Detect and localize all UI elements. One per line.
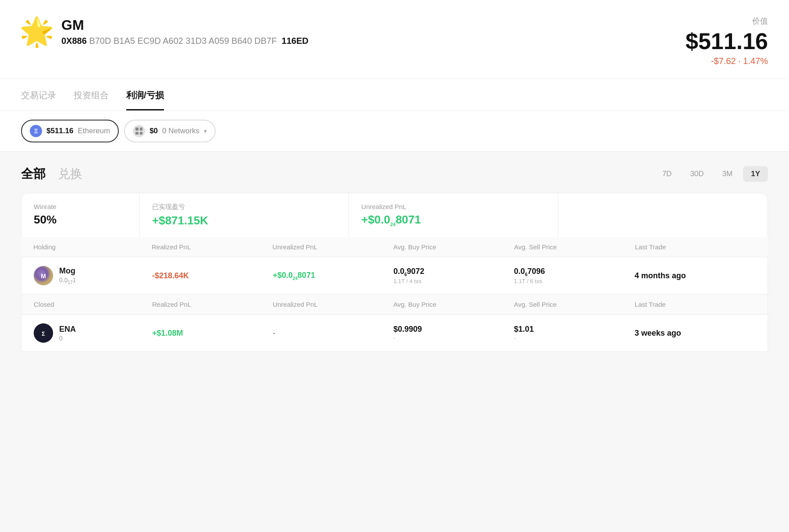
col-last-trade: Last Trade [635,243,756,251]
section-tabs-row: 全部 兑换 7D 30D 3M 1Y [21,166,768,182]
holding-rows: M Mog 0.0171 -$218.64K +$0.0248071 [21,257,768,294]
realized-pnl-label: 已实现盈亏 [152,203,336,211]
ena-avatar: Σ [34,323,53,343]
section-tab-swap[interactable]: 兑换 [58,166,82,182]
winrate-label: Winrate [34,203,127,210]
wallet-address: 0X886 B70D B1A5 EC9D A602 31D3 A059 B640… [61,36,309,46]
ena-unrealized-pnl: - [273,329,393,338]
section-tabs: 全部 兑换 [21,166,82,182]
address-middle: B70D B1A5 EC9D A602 31D3 A059 B640 DB7F [89,36,277,46]
closed-section: Closed Realized PnL Unrealized PnL Avg. … [21,294,768,352]
ena-avg-buy: $0.9909 - [393,325,514,341]
filters-row: Ξ $511.16 Ethereum $0 0 Networks ▾ [0,111,789,152]
ena-avg-sell-detail: - [514,335,635,341]
ena-avg-sell: $1.01 - [514,325,635,341]
time-1y[interactable]: 1Y [743,166,768,182]
tab-portfolio[interactable]: 投资组合 [74,79,109,110]
mog-name: Mog [59,266,76,276]
sun-icon: 🌟 [21,16,53,47]
mog-avg-sell-detail: 1.1T / 6 txs [514,278,635,284]
svg-text:Σ: Σ [42,330,45,337]
networks-amount: $0 [149,127,158,135]
realized-pnl-value: +$871.15K [152,214,336,227]
address-prefix: 0X886 [61,36,87,46]
time-3m[interactable]: 3M [714,166,741,182]
closed-col-unrealized: Unrealized PnL [273,301,393,308]
winrate-value: 50% [34,213,127,227]
stat-unrealized-pnl: Unrealized PnL +$0.0248071 [349,193,558,237]
time-7d[interactable]: 7D [654,166,680,182]
unrealized-pnl-sub: 24 [390,222,395,227]
closed-col-realized: Realized PnL [152,301,273,308]
header-left: 🌟 GM 0X886 B70D B1A5 EC9D A602 31D3 A059… [21,16,309,47]
tab-transactions[interactable]: 交易记录 [21,79,56,110]
table-header: Holding Realized PnL Unrealized PnL Avg.… [21,237,768,257]
networks-label: 0 Networks [162,127,199,135]
closed-col-last-trade: Last Trade [635,301,755,308]
mog-avg-buy: 0.069072 1.1T / 4 txs [393,267,514,284]
ena-info: ENA 0 [59,325,76,342]
portfolio-change: -$7.62 · 1.47% [686,56,768,66]
ethereum-filter[interactable]: Ξ $511.16 Ethereum [21,120,119,142]
networks-filter[interactable]: $0 0 Networks ▾ [124,120,216,142]
col-holding: Holding [33,243,152,251]
svg-text:M: M [41,273,46,280]
ethereum-label: Ethereum [78,127,110,135]
col-unrealized-pnl: Unrealized PnL [273,243,394,251]
mog-avatar: M [34,266,53,285]
greeting: GM [61,17,309,33]
chevron-down-icon: ▾ [204,128,207,135]
mog-unrealized-pnl: +$0.0248071 [273,271,393,281]
col-realized-pnl: Realized PnL [152,243,273,251]
stat-winrate: Winrate 50% [21,193,140,237]
mog-avg-sell: 0.067096 1.1T / 6 txs [514,267,635,284]
closed-table-header: Closed Realized PnL Unrealized PnL Avg. … [21,294,768,315]
portfolio-value: $511.16 [686,28,768,54]
unrealized-pnl-after: 8071 [395,213,421,226]
section-tab-all[interactable]: 全部 [21,166,46,182]
table-row: Σ ENA 0 +$1.08M - $0.9909 - $1.01 - [21,315,768,351]
closed-col-avg-sell: Avg. Sell Price [514,301,635,308]
col-avg-buy: Avg. Buy Price [393,243,514,251]
ena-holding: Σ ENA 0 [34,323,152,343]
value-label: 价值 [686,16,768,26]
closed-col-holding: Closed [34,301,152,308]
closed-col-avg-buy: Avg. Buy Price [393,301,514,308]
ena-name: ENA [59,325,76,334]
unrealized-pnl-label: Unrealized PnL [361,203,545,210]
main-content: 全部 兑换 7D 30D 3M 1Y Winrate 50% 已实现盈亏 +$8… [0,152,789,366]
tab-pnl[interactable]: 利润/亏损 [126,79,164,110]
mog-amount: 0.0171 [59,277,76,285]
grid-icon [133,125,145,137]
mog-avg-buy-detail: 1.1T / 4 txs [393,278,514,284]
time-30d[interactable]: 30D [682,166,711,182]
ena-avg-buy-detail: - [393,335,514,341]
col-avg-sell: Avg. Sell Price [514,243,635,251]
unrealized-pnl-value: +$0.0248071 [361,213,545,227]
ethereum-icon: Ξ [30,125,42,137]
ena-last-trade: 3 weeks ago [635,329,755,338]
address-suffix: 116ED [282,36,309,46]
ethereum-amount: $511.16 [46,127,73,135]
unrealized-pnl-main: +$0.0 [361,213,390,226]
mog-holding: M Mog 0.0171 [34,266,152,285]
stat-realized-pnl: 已实现盈亏 +$871.15K [140,193,349,237]
header: 🌟 GM 0X886 B70D B1A5 EC9D A602 31D3 A059… [0,0,789,79]
header-right: 价值 $511.16 -$7.62 · 1.47% [686,16,768,66]
ena-realized-pnl: +$1.08M [152,329,273,338]
mog-info: Mog 0.0171 [59,266,76,285]
stats-row: Winrate 50% 已实现盈亏 +$871.15K Unrealized P… [21,193,768,237]
mog-realized-pnl: -$218.64K [152,271,273,280]
main-tabs: 交易记录 投资组合 利润/亏损 [0,79,789,111]
time-filters: 7D 30D 3M 1Y [654,166,768,182]
stat-empty [558,193,768,237]
mog-last-trade: 4 months ago [635,271,755,280]
table-row: M Mog 0.0171 -$218.64K +$0.0248071 [21,257,768,294]
header-info: GM 0X886 B70D B1A5 EC9D A602 31D3 A059 B… [61,17,309,46]
ena-amount: 0 [59,335,76,342]
